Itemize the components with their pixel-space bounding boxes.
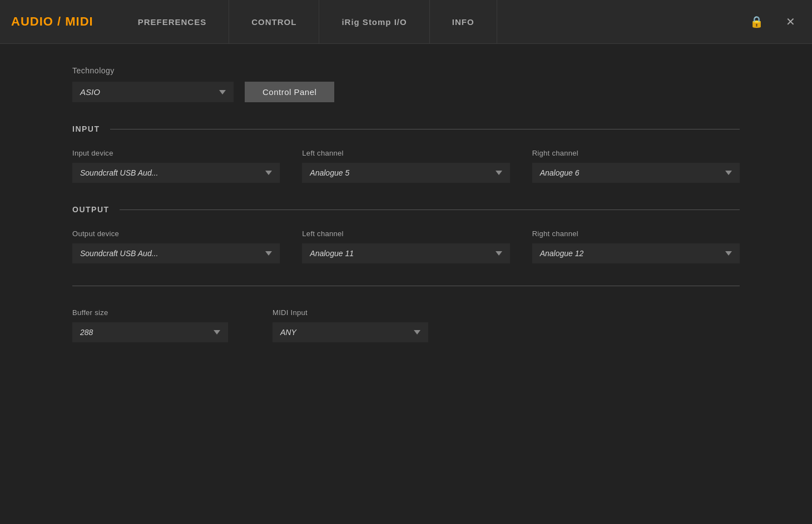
buffer-label: Buffer size (72, 308, 228, 317)
technology-section: Technology ASIO Control Panel (72, 66, 740, 102)
buffer-dropdown[interactable]: 288 (72, 322, 228, 342)
tab-info[interactable]: INFO (430, 0, 497, 44)
output-device-label: Output device (72, 229, 280, 238)
tab-preferences[interactable]: PREFERENCES (116, 0, 230, 44)
section-separator (72, 286, 740, 286)
output-device-row: Output device Soundcraft USB Aud... Left… (72, 229, 740, 263)
input-divider: INPUT (72, 124, 740, 133)
output-left-channel-dropdown[interactable]: Analogue 11 (302, 243, 509, 263)
output-device-dropdown[interactable]: Soundcraft USB Aud... (72, 243, 280, 263)
tab-control[interactable]: CONTROL (229, 0, 319, 44)
output-device-arrow (265, 251, 272, 256)
output-left-channel-arrow (496, 251, 502, 256)
buffer-col: Buffer size 288 (72, 308, 228, 342)
input-left-channel-col: Left channel Analogue 5 (302, 149, 509, 183)
input-left-channel-arrow (496, 171, 502, 175)
bottom-row: Buffer size 288 MIDI Input ANY (72, 308, 740, 342)
buffer-value: 288 (80, 328, 93, 337)
nav-tabs: PREFERENCES CONTROL iRig Stomp I/O INFO (116, 0, 744, 44)
technology-row: ASIO Control Panel (72, 82, 740, 102)
output-right-channel-label: Right channel (532, 229, 740, 238)
input-device-value: Soundcraft USB Aud... (80, 168, 158, 177)
technology-label: Technology (72, 66, 740, 75)
buffer-dropdown-arrow (214, 330, 220, 335)
midi-dropdown-arrow (414, 330, 420, 335)
input-left-channel-value: Analogue 5 (310, 168, 349, 177)
midi-value: ANY (280, 328, 296, 337)
output-right-channel-col: Right channel Analogue 12 (532, 229, 740, 263)
input-left-channel-dropdown[interactable]: Analogue 5 (302, 163, 509, 183)
output-right-channel-arrow (725, 251, 732, 256)
input-section-label: INPUT (72, 124, 100, 133)
input-right-channel-arrow (725, 171, 732, 175)
tab-irig[interactable]: iRig Stomp I/O (319, 0, 429, 44)
header-icons: 🔒 ✕ (744, 15, 801, 28)
control-panel-button[interactable]: Control Panel (245, 82, 334, 102)
input-device-label: Input device (72, 149, 280, 157)
input-left-channel-label: Left channel (302, 149, 509, 157)
input-right-channel-value: Analogue 6 (540, 168, 580, 177)
midi-dropdown[interactable]: ANY (273, 322, 428, 342)
output-device-value: Soundcraft USB Aud... (80, 249, 158, 258)
output-device-col: Output device Soundcraft USB Aud... (72, 229, 280, 263)
input-device-row: Input device Soundcraft USB Aud... Left … (72, 149, 740, 183)
input-right-channel-dropdown[interactable]: Analogue 6 (532, 163, 740, 183)
header: AUDIO / MIDI PREFERENCES CONTROL iRig St… (0, 0, 812, 44)
input-right-channel-col: Right channel Analogue 6 (532, 149, 740, 183)
output-divider-line (120, 209, 740, 210)
main-content: Technology ASIO Control Panel INPUT Inpu… (0, 44, 812, 524)
output-left-channel-label: Left channel (302, 229, 509, 238)
lock-icon[interactable]: 🔒 (744, 15, 769, 28)
input-right-channel-label: Right channel (532, 149, 740, 157)
app-title: AUDIO / MIDI (11, 14, 93, 29)
input-device-arrow (265, 171, 272, 175)
output-section-label: OUTPUT (72, 205, 110, 214)
output-left-channel-col: Left channel Analogue 11 (302, 229, 509, 263)
midi-label: MIDI Input (273, 308, 428, 317)
midi-col: MIDI Input ANY (273, 308, 428, 342)
output-right-channel-value: Analogue 12 (540, 249, 584, 258)
output-left-channel-value: Analogue 11 (310, 249, 354, 258)
technology-dropdown[interactable]: ASIO (72, 82, 234, 102)
technology-dropdown-arrow (219, 90, 226, 94)
input-device-col: Input device Soundcraft USB Aud... (72, 149, 280, 183)
output-right-channel-dropdown[interactable]: Analogue 12 (532, 243, 740, 263)
output-divider: OUTPUT (72, 205, 740, 214)
input-device-dropdown[interactable]: Soundcraft USB Aud... (72, 163, 280, 183)
technology-value: ASIO (80, 87, 100, 97)
output-section: OUTPUT Output device Soundcraft USB Aud.… (72, 205, 740, 263)
input-divider-line (110, 129, 740, 129)
input-section: INPUT Input device Soundcraft USB Aud...… (72, 124, 740, 183)
close-icon[interactable]: ✕ (780, 15, 801, 28)
